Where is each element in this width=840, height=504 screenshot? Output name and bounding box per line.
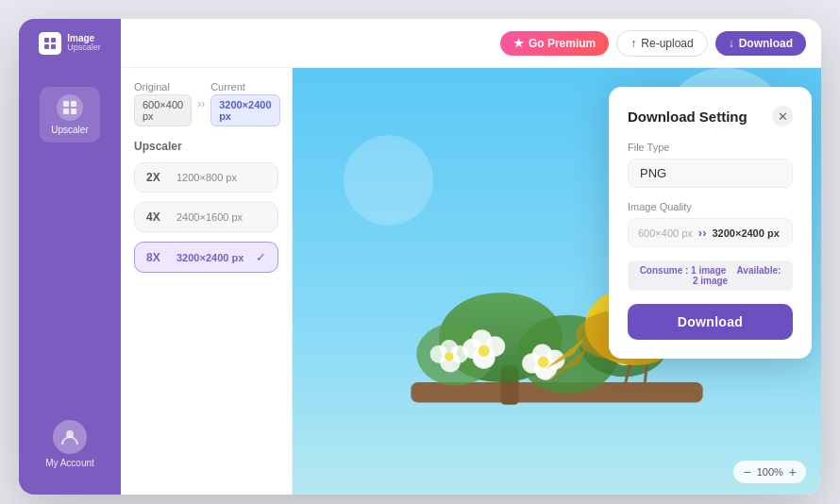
modal-header: Download Setting ✕ [628, 106, 793, 126]
svg-rect-1 [51, 38, 56, 42]
modal-download-button[interactable]: Download [628, 304, 793, 340]
logo-area: Image Upscaler [19, 19, 121, 68]
modal-close-button[interactable]: ✕ [772, 106, 793, 126]
logo-text-block: Image Upscaler [67, 33, 101, 53]
current-size-badge: 3200×2400 px [210, 94, 279, 126]
top-bar: Image Upscaler ★ Go Premium ↑ Re-upload … [19, 19, 821, 68]
original-size-badge: 600×400 px [134, 94, 192, 126]
logo-subtitle: Upscaler [67, 43, 101, 53]
arrow-right-icon: ›› [197, 97, 205, 110]
svg-rect-3 [51, 44, 56, 49]
upscale-option-2x[interactable]: 2X 1200×800 px [134, 162, 278, 193]
upscale-8x-mult: 8X [146, 251, 167, 264]
svg-rect-2 [44, 44, 49, 49]
svg-rect-7 [71, 109, 76, 114]
original-label: Original [134, 81, 192, 92]
star-icon: ★ [513, 37, 524, 50]
sidebar-item-upscaler[interactable]: Upscaler [40, 87, 99, 143]
left-panel: Original 600×400 px ›› Current 3200×2400… [121, 68, 293, 495]
svg-rect-6 [63, 109, 69, 114]
upscale-4x-mult: 4X [146, 210, 167, 224]
consume-bar: Consume : 1 image Available: 2 image [628, 260, 793, 291]
upscale-2x-size: 1200×800 px [176, 172, 266, 183]
main-content: Upscaler My Account Original [19, 68, 821, 495]
sidebar-upscaler-label: Upscaler [51, 125, 88, 135]
image-quality-label: Image Quality [628, 201, 793, 212]
download-top-button[interactable]: ↓ Download [715, 31, 806, 56]
reupload-button[interactable]: ↑ Re-upload [616, 30, 707, 57]
quality-to: 3200×2400 px [712, 227, 779, 239]
file-type-label: File Type [628, 142, 793, 153]
svg-rect-5 [71, 101, 76, 107]
quality-arrow-icon: ›› [698, 226, 707, 240]
check-icon: ✓ [256, 250, 266, 264]
image-area: − 100% + Download Setting ✕ File Type PN… [293, 68, 821, 495]
upscale-4x-size: 2400×1600 px [176, 211, 266, 223]
sidebar: Upscaler My Account [19, 68, 121, 495]
account-avatar [53, 420, 87, 454]
consume-text: Consume : 1 image [640, 265, 727, 276]
modal-overlay: Download Setting ✕ File Type PNG Image Q… [293, 68, 821, 495]
upscaler-icon [57, 94, 83, 121]
file-type-value: PNG [628, 159, 793, 188]
current-label: Current [210, 81, 279, 92]
download-modal: Download Setting ✕ File Type PNG Image Q… [609, 87, 812, 359]
upload-icon: ↑ [630, 37, 636, 50]
top-bar-actions: ★ Go Premium ↑ Re-upload ↓ Download [500, 30, 806, 57]
size-comparison-row: Original 600×400 px ›› Current 3200×2400… [134, 81, 278, 126]
svg-rect-4 [63, 101, 69, 107]
svg-rect-0 [44, 38, 49, 42]
modal-title: Download Setting [628, 109, 748, 125]
upscale-option-8x[interactable]: 8X 3200×2400 px ✓ [134, 242, 278, 273]
upscale-option-4x[interactable]: 4X 2400×1600 px [134, 202, 278, 232]
app-window: Image Upscaler ★ Go Premium ↑ Re-upload … [19, 19, 821, 495]
upscaler-section-label: Upscaler [134, 140, 278, 153]
quality-row: 600×400 px ›› 3200×2400 px [628, 218, 793, 247]
quality-from: 600×400 px [638, 227, 693, 239]
image-quality-section: Image Quality 600×400 px ›› 3200×2400 px [628, 201, 793, 247]
logo-icon [39, 32, 61, 55]
upscale-8x-size: 3200×2400 px [176, 252, 246, 263]
go-premium-button[interactable]: ★ Go Premium [500, 31, 609, 56]
download-icon: ↓ [729, 37, 734, 50]
upscale-2x-mult: 2X [146, 171, 167, 184]
account-label: My Account [45, 458, 94, 468]
sidebar-bottom: My Account [34, 412, 106, 476]
sidebar-item-account[interactable]: My Account [34, 412, 106, 476]
